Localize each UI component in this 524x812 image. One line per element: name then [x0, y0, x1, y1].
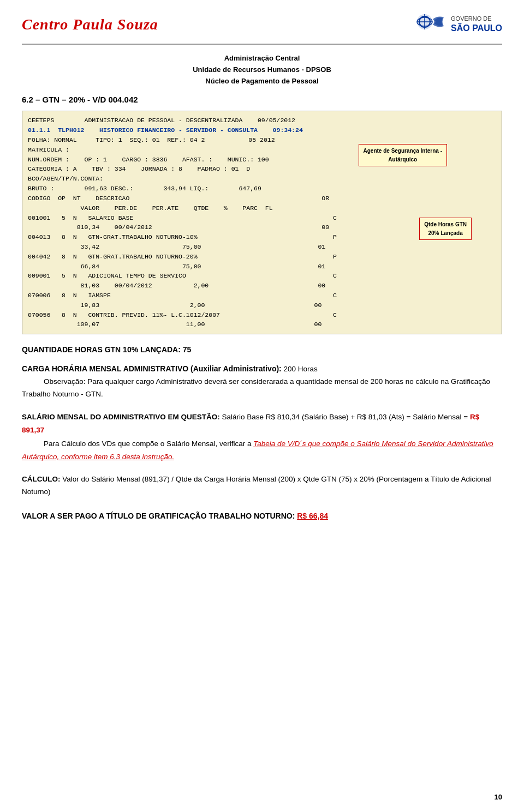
calculo-desc: Valor do Salário Mensal (891,37) / Qtde … [22, 475, 491, 496]
gov-logo-icon [414, 11, 446, 38]
gov-logo-text: GOVERNO DE SÃO PAULO [451, 15, 502, 34]
terminal-line-19: 070006 8 N IAMSPE C [28, 291, 496, 300]
terminal-line-2: 01.1.1 TLPH012 HISTORICO FINANCEIRO - SE… [28, 125, 496, 135]
carga-label: CARGA HORÁRIA MENSAL ADMINISTRATIVO (Aux… [22, 364, 282, 373]
subheader-line1: Administração Central [22, 53, 502, 64]
calculo-obs: Para Cálculo dos VDs que compõe o Salári… [22, 440, 253, 448]
terminal-line-7: BCO/AGEN/TP/N.CONTA: [28, 174, 496, 184]
tooltip-qtde-line1: Qtde Horas GTN [424, 221, 467, 227]
tooltip-cargo-line1: Agente de Segurança Interna - [364, 148, 442, 154]
tooltip-qtde: Qtde Horas GTN 20% Lançada [419, 218, 472, 240]
tooltip-qtde-line2: 20% Lançada [428, 230, 462, 236]
salario-desc: Salário Base R$ 810,34 (Salário Base) + … [222, 413, 468, 421]
calculo-label: CÁLCULO: [22, 475, 61, 483]
terminal-line-9: CODIGO OP NT DESCRICAO OR [28, 194, 496, 203]
sub-header: Administração Central Unidade de Recurso… [22, 53, 502, 87]
logo-cps: Centro Paula Souza [22, 16, 158, 33]
terminal-line-10: VALOR PER.DE PER.ATE QTDE % PARC FL [28, 203, 496, 213]
gov-logo: GOVERNO DE SÃO PAULO [414, 11, 502, 38]
logo-text: Centro Paula Souza [22, 16, 158, 33]
tooltip-cargo-line2: Autárquico [388, 157, 417, 163]
terminal-line-18: 81,03 00/04/2012 2,00 00 [28, 281, 496, 291]
terminal-line-3: FOLHA: NORMAL TIPO: 1 SEQ.: 01 REF.: 04 … [28, 135, 496, 145]
calculo-section: CÁLCULO: Valor do Salário Mensal (891,37… [22, 473, 502, 498]
qty-label: QUANTIDADE HORAS GTN 10% LANÇADA: 75 [22, 345, 502, 354]
terminal-line-1: CEETEPS ADMINISTRACAO DE PESSOAL - DESCE… [28, 116, 496, 125]
terminal-line-22: 109,07 11,00 00 [28, 320, 496, 329]
terminal-line-15: 004042 8 N GTN-GRAT.TRABALHO NOTURNO-20%… [28, 252, 496, 262]
terminal-display: CEETEPS ADMINISTRACAO DE PESSOAL - DESCE… [22, 111, 502, 334]
subheader-line3: Núcleo de Pagamento de Pessoal [22, 76, 502, 87]
carga-section: CARGA HORÁRIA MENSAL ADMINISTRATIVO (Aux… [22, 363, 502, 401]
terminal-line-17: 009001 5 N ADICIONAL TEMPO DE SERVICO C [28, 271, 496, 281]
terminal-line-20: 19,83 2,00 00 [28, 300, 496, 310]
page-number: 10 [495, 793, 502, 801]
section-title: 6.2 – GTN – 20% - V/D 004.042 [22, 95, 502, 104]
terminal-line-14: 33,42 75,00 01 [28, 242, 496, 252]
final-value-text: R$ 66,84 [297, 512, 328, 520]
obs-text: Observação: Para qualquer cargo Administ… [22, 377, 490, 398]
subheader-line2: Unidade de Recursos Humanos - DPSOB [22, 64, 502, 76]
final-section: VALOR A SER PAGO A TÍTULO DE GRATIFICAÇÃ… [22, 509, 502, 523]
terminal-line-8: BRUTO : 991,63 DESC.: 343,94 LIQ.: 647,6… [28, 184, 496, 194]
terminal-line-21: 070056 8 N CONTRIB. PREVID. 11%- L.C.101… [28, 310, 496, 320]
final-label: VALOR A SER PAGO A TÍTULO DE GRATIFICAÇÃ… [22, 512, 295, 520]
carga-value: 200 Horas [284, 365, 318, 373]
salary-section: SALÁRIO MENSAL DO ADMINISTRATIVO EM QUES… [22, 411, 502, 464]
tooltip-cargo: Agente de Segurança Interna - Autárquico [359, 144, 447, 166]
salario-label: SALÁRIO MENSAL DO ADMINISTRATIVO EM QUES… [22, 413, 220, 421]
terminal-line-16: 66,84 75,00 01 [28, 262, 496, 272]
page-header: Centro Paula Souza GOVERNO DE SÃO PAULO [22, 11, 502, 45]
